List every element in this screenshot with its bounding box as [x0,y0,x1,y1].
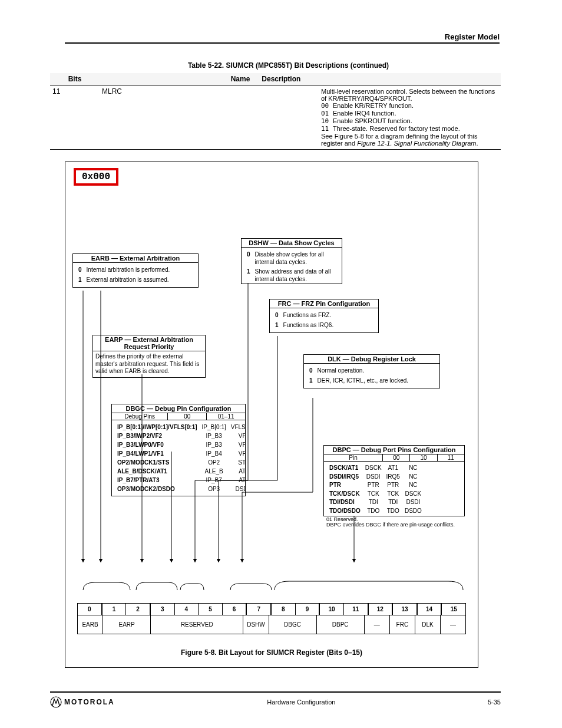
box-dbgc: DBGC — Debug Pin Configuration Debug Pin… [111,404,246,496]
page-footer: MOTOROLA Hardware Configuration 5-35 [50,696,501,708]
motorola-logo: MOTOROLA [50,696,115,708]
braces-svg [77,575,466,593]
cell-name: MLRC [100,85,318,150]
cell-desc: Multi-level reservation control. Selects… [318,85,501,150]
box-dbpc: DBPC — Debug Port Pins Configuration Pin… [323,445,465,516]
footer-rule [50,691,501,693]
register-layout-diagram: 0x000 EARB — External Arbitration 0Inter… [65,162,478,668]
section-header: Register Model [65,32,500,41]
box-earp: EARP — External Arbitration Request Prio… [92,335,206,378]
desc-table: Bits Name Description 11 MLRC Multi-leve… [50,73,501,150]
th-bits: Bits [50,73,100,85]
offset-tag: 0x000 [74,168,118,186]
logo-icon [50,696,62,708]
see-link[interactable]: Figure 12-1. Signal Functionality Diagra… [357,140,476,147]
th-name-desc: Name Description [100,73,432,85]
register-bits: 0123456789101112131415 EARBEARPRESERVEDD… [77,603,466,634]
cell-bits: 11 [50,85,100,150]
table-caption: Table 5-22. SIUMCR (MPC855T) Bit Descrip… [50,61,527,70]
page-number: 5-35 [488,699,501,706]
box-frc: FRC — FRZ Pin Configuration 0Functions a… [269,299,379,333]
figure-caption: Figure 5-8. Bit Layout for SIUMCR Regist… [65,648,478,657]
box-dshw: DSHW — Data Show Cycles 0Disable show cy… [241,238,342,284]
box-dlk: DLK — Debug Register Lock 0Normal operat… [303,354,440,388]
th-spare [432,73,501,85]
header-rule [65,42,500,44]
footer-center: Hardware Configuration [115,699,488,706]
box-earb: EARB — External Arbitration 0Internal ar… [72,253,199,288]
svg-point-4 [51,697,61,707]
